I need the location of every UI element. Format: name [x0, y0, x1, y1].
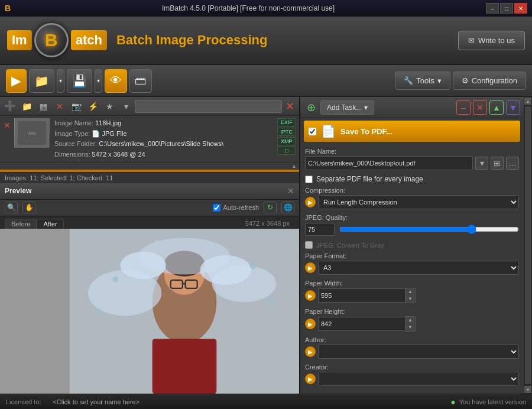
file-name-browse-button[interactable]: … [506, 157, 519, 170]
paper-height-input-row: ▶ ▲ ▼ [305, 316, 519, 332]
before-tab[interactable]: Before [5, 219, 37, 229]
task-toolbar: ⊕ Add Task... ▾ – ✕ ▲ ▼ [300, 97, 524, 118]
right-panel-container: ⊕ Add Task... ▾ – ✕ ▲ ▼ 📄 Save To PDF... [300, 97, 532, 394]
xmp-button[interactable]: XMP [277, 137, 296, 145]
author-setting: Author: ▶ [305, 336, 519, 359]
image-search-input[interactable] [135, 100, 282, 113]
task-checkbox[interactable] [309, 128, 316, 135]
play-button[interactable]: ▶ [6, 69, 27, 93]
folder-dropdown-button[interactable]: ▾ [57, 69, 64, 93]
paper-width-down[interactable]: ▼ [406, 296, 415, 303]
more-options-button[interactable]: ▾ [118, 99, 134, 113]
add-image-button[interactable]: ➕ [2, 99, 18, 113]
file-name-input[interactable] [305, 156, 473, 170]
preview-refresh-button[interactable]: ↻ [264, 202, 277, 213]
remove-task-button[interactable]: – [456, 100, 471, 115]
file-name-copy-button[interactable]: ⊞ [491, 157, 504, 170]
paper-format-input-row: ▶ A3 [305, 261, 519, 275]
paper-height-up[interactable]: ▲ [406, 317, 415, 324]
svg-point-25 [268, 298, 275, 306]
preview-hand-button[interactable]: ✋ [22, 202, 35, 213]
left-panel: ➕ 📁 ▦ ✕ 📷 ⚡ ★ ▾ ✕ ✕ IMG [0, 97, 300, 394]
paper-height-spinner: ▲ ▼ [318, 316, 365, 332]
remove-image-button[interactable]: ✕ [52, 99, 67, 113]
app-subtitle: Batch Image Processing [116, 33, 268, 48]
auto-refresh-checkbox[interactable] [213, 204, 220, 212]
add-task-plus-button[interactable]: ⊕ [304, 100, 318, 115]
paper-height-input[interactable] [318, 317, 405, 331]
scroll-thumb[interactable] [525, 106, 531, 384]
iptc-button[interactable]: IPTC [277, 128, 296, 136]
main-toolbar: ▶ 📁 ▾ 💾 ▾ 👁 🗃 🔧 Tools ▾ ⚙ Configuration [0, 65, 532, 97]
creator-setting: Creator: ▶ [305, 363, 519, 386]
search-clear-button[interactable]: ✕ [283, 100, 297, 113]
open-folder-button[interactable]: 📁 [29, 69, 54, 93]
svg-point-20 [113, 276, 118, 281]
preview-toolbar: 🔍 ✋ Auto-refresh ↻ 🌐 [0, 200, 299, 216]
configuration-button[interactable]: ⚙ Configuration [453, 72, 526, 90]
item-meta-buttons: EXIF IPTC XMP □ [277, 118, 296, 155]
creator-select[interactable] [318, 372, 519, 386]
move-task-down-button[interactable]: ▼ [506, 100, 520, 115]
paper-format-setting: Paper Format: ▶ A3 [305, 252, 519, 275]
item-checkbox[interactable]: ✕ [4, 121, 11, 130]
exif-button[interactable]: EXIF [277, 118, 296, 126]
compression-setting: Compression: ▶ Run Length Compression [305, 187, 519, 209]
licensed-label: Licensed to: [6, 398, 41, 405]
compression-select[interactable]: Run Length Compression [318, 195, 519, 209]
scroll-down-btn[interactable]: ▼ [524, 386, 531, 393]
jpeg-quality-input[interactable] [305, 223, 335, 236]
meta-extra-button[interactable]: □ [277, 147, 296, 155]
filmstrip-button[interactable]: ▦ [35, 99, 51, 113]
paper-format-select[interactable]: A3 [318, 261, 519, 275]
creator-label: Creator: [305, 363, 519, 371]
svg-point-23 [155, 241, 158, 244]
close-button[interactable]: ✕ [514, 3, 527, 14]
preview-zoom-button[interactable]: 🔍 [5, 202, 18, 213]
right-scrollbar[interactable]: ▲ ▼ [524, 97, 532, 394]
preview-image-area [0, 229, 299, 394]
paper-width-input[interactable] [318, 288, 405, 303]
add-folder-button[interactable]: 📁 [19, 99, 34, 113]
write-to-us-button[interactable]: ✉ Write to us [458, 31, 525, 50]
briefcase-button[interactable]: 🗃 [129, 69, 152, 93]
save-button[interactable]: 💾 [67, 69, 92, 93]
add-task-dropdown-icon: ▾ [364, 103, 368, 112]
jpeg-gray-checkbox[interactable] [305, 241, 313, 249]
filter-button[interactable]: ⚡ [85, 99, 100, 113]
jpeg-quality-slider[interactable] [339, 225, 519, 234]
status-right: ● You have latest version [450, 397, 526, 407]
after-tab[interactable]: After [37, 219, 63, 229]
paper-width-input-row: ▶ ▲ ▼ [305, 288, 519, 303]
wrench-icon: 🔧 [404, 76, 413, 85]
file-name-dropdown-button[interactable]: ▾ [475, 157, 488, 170]
svg-text:IMG: IMG [27, 131, 36, 136]
capture-button[interactable]: 📷 [69, 99, 84, 113]
jpeg-quality-label: JPEG: Quality: [305, 214, 519, 221]
task-pdf-icon: 📄 [321, 124, 336, 138]
scroll-up-btn[interactable]: ▲ [524, 98, 531, 105]
stop-task-button[interactable]: ✕ [473, 100, 487, 115]
paper-width-up[interactable]: ▲ [406, 288, 415, 296]
add-task-button[interactable]: Add Task... ▾ [320, 100, 374, 115]
scroll-up-arrow[interactable]: ▲ [291, 163, 297, 169]
separate-pdf-row: Separate PDF file for every image [305, 175, 519, 183]
save-dropdown-button[interactable]: ▾ [95, 69, 102, 93]
paper-height-down[interactable]: ▼ [406, 324, 415, 331]
preview-button[interactable]: 👁 [105, 69, 127, 93]
minimize-button[interactable]: – [486, 3, 499, 14]
author-select[interactable] [318, 345, 519, 359]
task-item[interactable]: 📄 Save To PDF... [304, 121, 520, 142]
logo-area: Im B atch Batch Image Processing [7, 23, 267, 57]
list-item[interactable]: ✕ IMG Image Name: 118H.jpg Image Type: 📄… [0, 116, 299, 163]
separate-pdf-checkbox[interactable] [305, 176, 313, 183]
tools-button[interactable]: 🔧 Tools ▾ [395, 72, 450, 90]
move-task-up-button[interactable]: ▲ [489, 100, 504, 115]
image-list-status: Images: 11; Selected: 1; Checked: 11 [0, 172, 299, 183]
preview-globe-button[interactable]: 🌐 [281, 202, 294, 213]
star-button[interactable]: ★ [102, 99, 117, 113]
click-name-label[interactable]: <Click to set your name here> [53, 398, 140, 405]
jpeg-gray-row: JPEG: Convert To Gray [305, 241, 519, 249]
preview-close-button[interactable]: ✕ [287, 186, 294, 196]
maximize-button[interactable]: □ [500, 3, 513, 14]
